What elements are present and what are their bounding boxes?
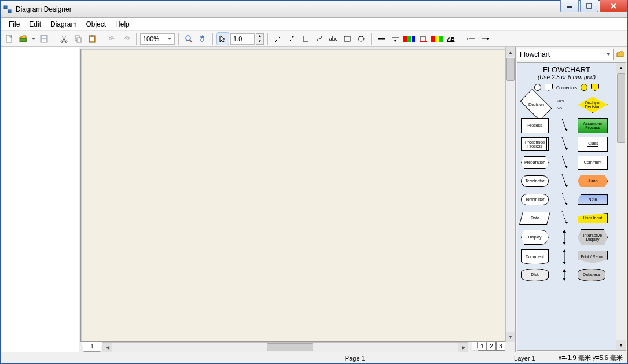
shape-document[interactable]: Document bbox=[521, 249, 549, 264]
dashed-arrow-icon[interactable] bbox=[557, 192, 572, 208]
open-file-icon[interactable] bbox=[17, 32, 30, 45]
arrow-start-icon[interactable] bbox=[465, 32, 478, 45]
shape-process[interactable]: Process bbox=[521, 118, 549, 133]
arrow-icon[interactable] bbox=[557, 155, 572, 171]
zoom-value: 100% bbox=[143, 35, 159, 42]
double-arrow-icon[interactable] bbox=[557, 229, 572, 246]
shape-preparation[interactable]: Preparation bbox=[521, 156, 549, 169]
connector-circle-icon[interactable] bbox=[534, 84, 541, 91]
separator bbox=[371, 33, 372, 45]
connector-circle-yellow-icon[interactable] bbox=[581, 84, 587, 91]
pan-tool-icon[interactable] bbox=[196, 32, 209, 45]
connector1-icon[interactable] bbox=[299, 32, 312, 45]
minimize-button[interactable] bbox=[560, 0, 579, 12]
horizontal-scrollbar[interactable]: ◀ ▶ bbox=[102, 342, 468, 352]
menu-diagram[interactable]: Diagram bbox=[46, 19, 81, 30]
zoom-tool-icon[interactable] bbox=[182, 32, 195, 45]
line-style-dropdown-icon[interactable] bbox=[389, 32, 402, 45]
save-file-icon[interactable] bbox=[38, 32, 50, 45]
menu-object[interactable]: Object bbox=[81, 19, 111, 30]
line-tool-icon[interactable] bbox=[271, 32, 284, 45]
arrow-tool-icon[interactable] bbox=[285, 32, 298, 45]
shape-display[interactable]: Display bbox=[521, 230, 549, 245]
line-color-icon[interactable] bbox=[417, 32, 429, 45]
double-arrow-icon[interactable] bbox=[557, 248, 572, 266]
menu-edit[interactable]: Edit bbox=[24, 19, 46, 30]
shape-data[interactable]: Data bbox=[519, 212, 550, 225]
shape-oninput-decision[interactable]: On-Input Decision bbox=[578, 97, 608, 113]
menu-file[interactable]: File bbox=[4, 19, 24, 30]
rect-tool-icon[interactable] bbox=[341, 32, 354, 45]
arrow-icon[interactable] bbox=[557, 136, 572, 152]
text-color-icon[interactable] bbox=[431, 32, 443, 45]
double-arrow-icon[interactable] bbox=[557, 268, 572, 282]
menu-help[interactable]: Help bbox=[111, 19, 134, 30]
text-tool-icon[interactable]: abc bbox=[327, 32, 340, 45]
paste-icon[interactable] bbox=[86, 32, 98, 45]
connector-shield-yellow-icon[interactable] bbox=[591, 84, 599, 91]
line-width-spinner[interactable]: ▲▼ bbox=[256, 33, 264, 45]
shape-assembler[interactable]: Assembler Process bbox=[578, 118, 608, 133]
shape-note[interactable]: Note bbox=[578, 194, 608, 205]
open-dropdown-icon[interactable] bbox=[31, 32, 36, 45]
arrow-icon[interactable] bbox=[557, 173, 572, 189]
palette-selector[interactable]: Flowchart bbox=[517, 49, 614, 60]
separator bbox=[267, 33, 268, 45]
arrow-end-icon[interactable] bbox=[479, 32, 491, 45]
layer-tab-3[interactable]: 3 bbox=[496, 342, 505, 351]
arrow-icon[interactable] bbox=[557, 117, 572, 134]
connector-shield-icon[interactable] bbox=[545, 84, 553, 91]
scroll-down-icon[interactable]: ▼ bbox=[616, 340, 626, 350]
shape-user-input[interactable]: User Input bbox=[578, 213, 608, 223]
palette-scrollbar[interactable]: ▲ ▼ bbox=[616, 63, 626, 350]
text-format-icon[interactable]: AB bbox=[445, 32, 457, 45]
shape-decision[interactable]: Decision bbox=[521, 94, 551, 115]
scroll-left-icon[interactable]: ◀ bbox=[102, 343, 112, 352]
scroll-thumb[interactable] bbox=[267, 343, 313, 351]
palette-open-icon[interactable] bbox=[615, 49, 626, 60]
scroll-thumb[interactable] bbox=[617, 73, 625, 143]
maximize-button[interactable] bbox=[580, 0, 598, 12]
svg-marker-52 bbox=[565, 221, 568, 224]
shape-database[interactable]: Database bbox=[578, 269, 605, 281]
spinner-up-icon[interactable]: ▲ bbox=[256, 34, 263, 39]
layer-anchor-icon[interactable] bbox=[472, 342, 478, 351]
shape-interactive-display[interactable]: Interactive Display bbox=[578, 229, 608, 245]
vertical-scrollbar[interactable]: ▲ ▼ bbox=[505, 47, 515, 342]
shape-terminator[interactable]: Terminator bbox=[521, 175, 549, 187]
scroll-up-icon[interactable]: ▲ bbox=[506, 47, 515, 57]
dashed-arrow-icon[interactable] bbox=[557, 210, 572, 226]
drawing-canvas[interactable] bbox=[80, 49, 505, 342]
shape-print[interactable]: Print / Report bbox=[578, 251, 608, 263]
undo-icon[interactable] bbox=[106, 32, 119, 45]
cut-icon[interactable] bbox=[58, 32, 71, 45]
spinner-down-icon[interactable]: ▼ bbox=[256, 39, 263, 44]
shape-predefined[interactable]: Predefined Process bbox=[521, 137, 549, 151]
fill-color-icon[interactable] bbox=[403, 32, 416, 45]
scroll-up-icon[interactable]: ▲ bbox=[616, 63, 626, 73]
scroll-down-icon[interactable]: ▼ bbox=[506, 332, 515, 342]
pointer-tool-icon[interactable] bbox=[216, 32, 229, 45]
redo-icon[interactable] bbox=[120, 32, 133, 45]
line-width-input[interactable]: 1.0 bbox=[230, 33, 255, 45]
shape-class[interactable]: Class bbox=[578, 137, 608, 152]
new-file-icon[interactable] bbox=[3, 32, 16, 45]
thumbnail-panel[interactable] bbox=[1, 47, 79, 352]
separator bbox=[212, 33, 213, 45]
ellipse-tool-icon[interactable] bbox=[355, 32, 368, 45]
connector2-icon[interactable] bbox=[313, 32, 326, 45]
svg-rect-11 bbox=[42, 39, 46, 42]
shape-disk[interactable]: Disk bbox=[521, 269, 549, 281]
layer-tab-2[interactable]: 2 bbox=[487, 342, 496, 351]
close-button[interactable] bbox=[600, 0, 627, 12]
shape-terminator2[interactable]: Terminator bbox=[521, 194, 549, 205]
shape-comment[interactable]: Comment bbox=[578, 156, 608, 170]
shape-jump[interactable]: Jump bbox=[578, 175, 608, 187]
sheet-tab[interactable]: 1 bbox=[82, 342, 102, 352]
line-style-icon[interactable] bbox=[375, 32, 388, 45]
zoom-combo[interactable]: 100% bbox=[140, 33, 175, 45]
copy-icon[interactable] bbox=[72, 32, 85, 45]
scroll-right-icon[interactable]: ▶ bbox=[458, 343, 468, 352]
scroll-thumb[interactable] bbox=[506, 58, 515, 81]
layer-tab-1[interactable]: 1 bbox=[478, 342, 487, 351]
